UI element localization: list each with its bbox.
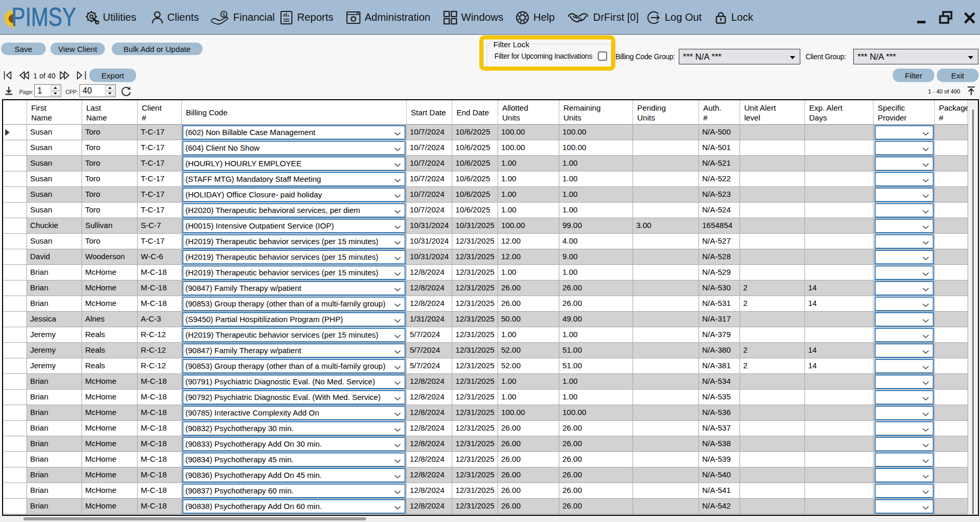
svg-text:$: $: [222, 11, 225, 17]
